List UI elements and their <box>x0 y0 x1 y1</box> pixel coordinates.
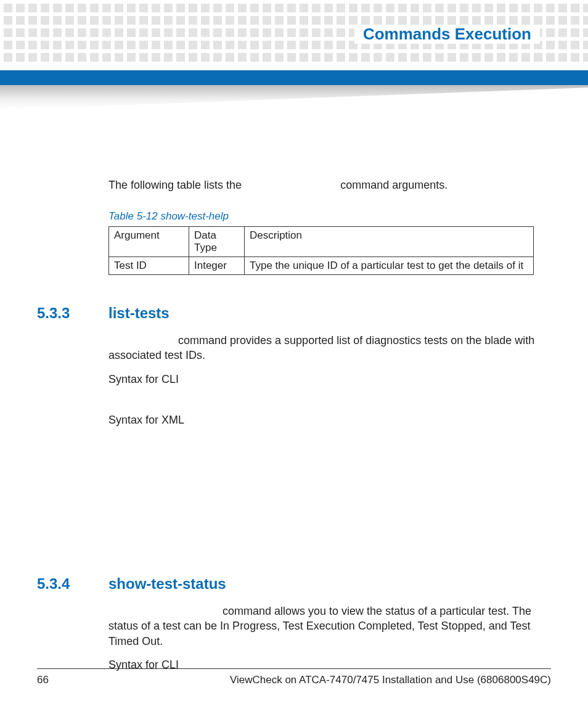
section-title: list-tests <box>108 305 169 322</box>
table-caption: Table 5-12 show-test-help <box>108 210 551 223</box>
section-description: command provides a supported list of dia… <box>108 333 551 363</box>
col-argument: Argument <box>109 227 189 257</box>
section-show-test-status: 5.3.4 show-test-status command allows yo… <box>37 575 551 672</box>
arguments-table: Argument Data Type Description Test ID I… <box>108 226 534 275</box>
section-number: 5.3.4 <box>37 575 108 593</box>
content: The following table lists the command ar… <box>37 179 551 681</box>
syntax-xml-label: Syntax for XML <box>108 413 551 427</box>
page-footer: 66 ViewCheck on ATCA-7470/7475 Installat… <box>37 668 551 686</box>
section-heading: 5.3.4 show-test-status <box>37 575 551 593</box>
syntax-cli-content-gap <box>37 395 551 413</box>
page-number: 66 <box>37 674 49 686</box>
doc-title: ViewCheck on ATCA-7470/7475 Installation… <box>230 674 551 686</box>
col-datatype: Data Type <box>189 227 245 257</box>
page: Commands Execution The following table l… <box>0 0 588 706</box>
cell-datatype: Integer <box>189 257 245 275</box>
section-title: show-test-status <box>108 575 226 593</box>
intro-after: command arguments. <box>340 179 447 191</box>
syntax-cli-label: Syntax for CLI <box>108 372 551 387</box>
chapter-title: Commands Execution <box>354 25 540 44</box>
section-number: 5.3.3 <box>37 305 108 322</box>
header-wedge <box>0 85 588 110</box>
section-list-tests: 5.3.3 list-tests command provides a supp… <box>37 305 551 427</box>
cell-description: Type the unique ID of a particular test … <box>245 257 534 275</box>
intro-before: The following table lists the <box>108 179 242 191</box>
table-row: Test ID Integer Type the unique ID of a … <box>109 257 534 275</box>
cell-argument: Test ID <box>109 257 189 275</box>
section-desc-text: command allows you to view the status of… <box>108 605 531 647</box>
header-bar <box>0 70 588 85</box>
section-desc-text: command provides a supported list of dia… <box>108 334 534 361</box>
table-header-row: Argument Data Type Description <box>109 227 534 257</box>
col-description: Description <box>245 227 534 257</box>
intro-paragraph: The following table lists the command ar… <box>108 179 551 192</box>
section-heading: 5.3.3 list-tests <box>37 305 551 322</box>
section-description: command allows you to view the status of… <box>108 604 551 649</box>
